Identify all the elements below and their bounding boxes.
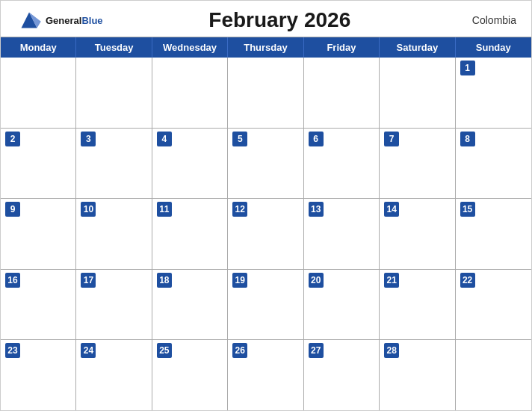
calendar-header: GeneralBlue February 2026 Colombia — [1, 1, 531, 37]
day-cell: 5 — [228, 129, 303, 199]
day-cell: 2 — [1, 129, 76, 199]
day-number: 24 — [81, 343, 96, 358]
day-header-friday: Friday — [304, 37, 380, 58]
day-number: 2 — [5, 132, 20, 146]
calendar-wrapper: GeneralBlue February 2026 Colombia Monda… — [0, 0, 532, 411]
day-cell: 24 — [76, 340, 152, 410]
day-header-tuesday: Tuesday — [76, 37, 152, 58]
day-number: 19 — [232, 273, 247, 288]
day-cell: 1 — [456, 58, 531, 128]
day-cell: 26 — [228, 340, 303, 410]
day-cell: 25 — [152, 340, 228, 410]
day-cell: 12 — [228, 199, 303, 269]
day-cell: 18 — [152, 270, 228, 340]
week-row-2: 9101112131415 — [1, 198, 531, 269]
day-number: 10 — [81, 202, 96, 217]
day-cell: 6 — [304, 129, 380, 199]
day-cell: 28 — [380, 340, 455, 410]
day-cell: 23 — [1, 340, 76, 410]
day-cell: 22 — [456, 270, 531, 340]
day-cell: 21 — [380, 270, 455, 340]
day-header-wednesday: Wednesday — [152, 37, 228, 58]
day-cell: 8 — [456, 129, 531, 199]
day-cell: 4 — [152, 129, 228, 199]
logo-area: GeneralBlue — [16, 10, 103, 31]
day-cell: 20 — [304, 270, 380, 340]
day-number: 22 — [460, 273, 475, 288]
generalblue-logo-icon — [16, 10, 43, 31]
day-number: 4 — [157, 132, 172, 146]
day-number: 28 — [384, 343, 399, 358]
day-cell — [456, 340, 531, 410]
day-cell: 19 — [228, 270, 303, 340]
day-cell — [1, 58, 76, 128]
day-cell: 16 — [1, 270, 76, 340]
logo-blue-text: Blue — [81, 15, 102, 26]
day-header-thursday: Thursday — [228, 37, 303, 58]
day-number: 17 — [81, 273, 96, 288]
month-title: February 2026 — [103, 8, 457, 32]
day-header-sunday: Sunday — [456, 37, 531, 58]
day-cell: 13 — [304, 199, 380, 269]
day-cell: 7 — [380, 129, 455, 199]
day-number: 23 — [5, 343, 20, 358]
day-number: 27 — [309, 343, 324, 358]
day-number: 7 — [384, 132, 399, 146]
day-cell: 27 — [304, 340, 380, 410]
country-label: Colombia — [457, 14, 516, 26]
logo-general-text: General — [46, 15, 81, 26]
day-cell: 14 — [380, 199, 455, 269]
day-cell: 9 — [1, 199, 76, 269]
day-number: 8 — [460, 132, 475, 146]
day-cell: 11 — [152, 199, 228, 269]
day-number: 6 — [309, 132, 324, 146]
day-cell — [228, 58, 303, 128]
day-number: 9 — [5, 202, 20, 217]
day-number: 25 — [157, 343, 172, 358]
day-cell: 17 — [76, 270, 152, 340]
day-number: 26 — [232, 343, 247, 358]
day-number: 13 — [309, 202, 324, 217]
day-cell: 3 — [76, 129, 152, 199]
week-row-0: 1 — [1, 58, 531, 128]
week-row-1: 2345678 — [1, 128, 531, 199]
weeks-container: 1234567891011121314151617181920212223242… — [1, 58, 531, 410]
day-number: 15 — [460, 202, 475, 217]
day-number: 12 — [232, 202, 247, 217]
day-number: 16 — [5, 273, 20, 288]
day-number: 3 — [81, 132, 96, 146]
week-row-4: 232425262728 — [1, 339, 531, 410]
day-cell — [76, 58, 152, 128]
day-cell: 10 — [76, 199, 152, 269]
day-cell — [304, 58, 380, 128]
day-header-monday: Monday — [1, 37, 76, 58]
day-number: 20 — [309, 273, 324, 288]
day-number: 11 — [157, 202, 172, 217]
day-cell: 15 — [456, 199, 531, 269]
day-cell — [380, 58, 455, 128]
day-number: 5 — [232, 132, 247, 146]
day-number: 14 — [384, 202, 399, 217]
day-headers: MondayTuesdayWednesdayThursdayFridaySatu… — [1, 37, 531, 58]
day-header-saturday: Saturday — [380, 37, 455, 58]
day-cell — [152, 58, 228, 128]
day-number: 21 — [384, 273, 399, 288]
day-number: 18 — [157, 273, 172, 288]
day-number: 1 — [460, 61, 475, 75]
calendar-grid: MondayTuesdayWednesdayThursdayFridaySatu… — [1, 37, 531, 410]
week-row-3: 16171819202122 — [1, 269, 531, 340]
